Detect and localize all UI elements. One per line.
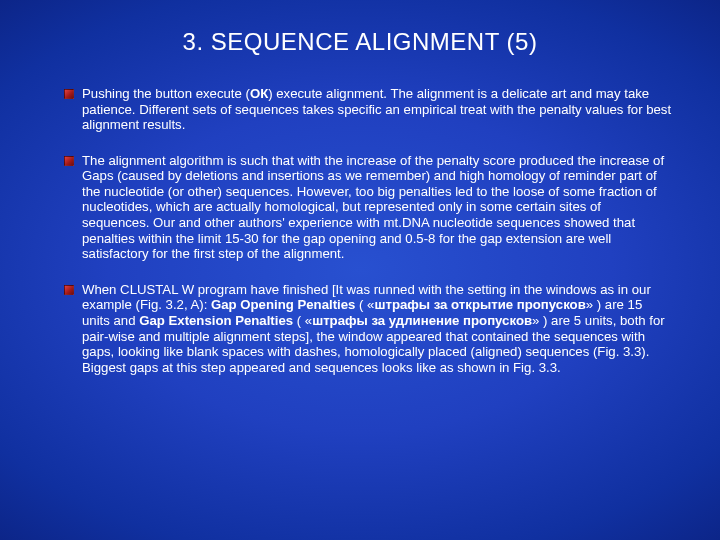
slide-title: 3. SEQUENCE ALIGNMENT (5): [48, 28, 672, 56]
text-bold: ОК: [250, 86, 268, 101]
text-bold: штрафы за удлинение пропусков: [312, 313, 532, 328]
text-bold: Gap Extension Penalties: [139, 313, 293, 328]
text-run: ( «: [355, 297, 374, 312]
slide-body: Pushing the button execute (ОК) execute …: [48, 86, 672, 375]
text-bold: штрафы за открытие пропусков: [374, 297, 585, 312]
bullet-item: The alignment algorithm is such that wit…: [82, 153, 672, 262]
text-bold: Gap Opening Penalties: [211, 297, 355, 312]
bullet-item: Pushing the button execute (ОК) execute …: [82, 86, 672, 133]
text-run: ( «: [293, 313, 312, 328]
text-run: Pushing the button execute (: [82, 86, 250, 101]
bullet-item: When CLUSTAL W program have finished [It…: [82, 282, 672, 375]
text-run: The alignment algorithm is such that wit…: [82, 153, 664, 261]
